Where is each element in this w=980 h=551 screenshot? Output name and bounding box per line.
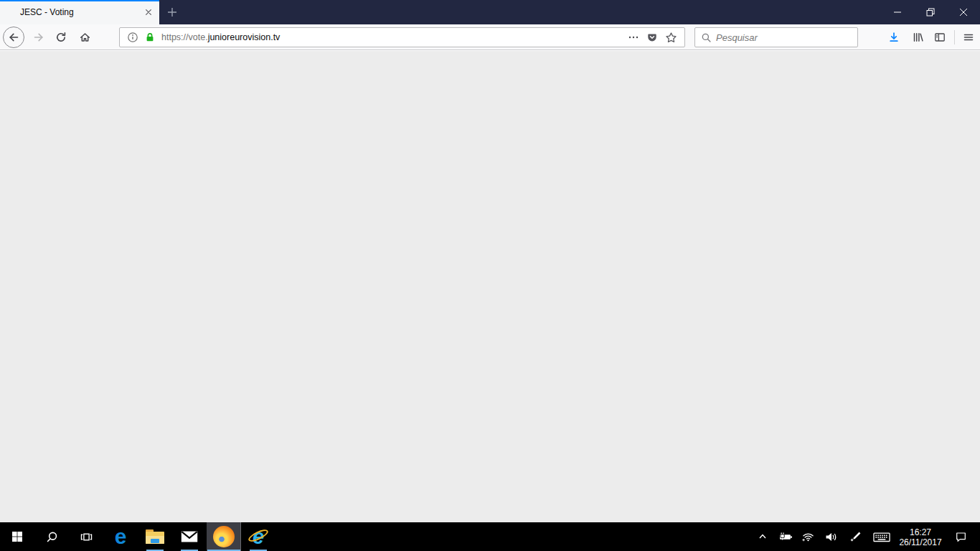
page-content [0, 51, 980, 522]
window-minimize-button[interactable] [881, 0, 914, 24]
taskbar-clock[interactable]: 16:27 26/11/2017 [895, 522, 946, 551]
search-input[interactable] [716, 29, 852, 46]
library-icon [912, 32, 924, 43]
back-button[interactable] [3, 27, 24, 48]
home-button[interactable] [75, 24, 95, 50]
url-bar[interactable]: https://vote.junioreurovision.tv [119, 27, 685, 47]
new-tab-button[interactable] [159, 0, 185, 24]
search-bar[interactable] [694, 27, 858, 47]
system-tray: 16:27 26/11/2017 [753, 522, 980, 551]
forward-icon [33, 32, 44, 43]
bookmark-star-icon [665, 32, 677, 44]
browser-toolbar: https://vote.junioreurovision.tv [0, 24, 980, 50]
battery-status-button[interactable] [772, 522, 796, 551]
action-center-icon [955, 531, 967, 542]
taskbar-edge-button[interactable]: e [103, 522, 138, 551]
sidebar-icon [934, 32, 946, 43]
volume-icon [825, 532, 838, 542]
page-actions-button[interactable] [624, 28, 643, 47]
wifi-icon [801, 532, 815, 542]
volume-button[interactable] [819, 522, 844, 551]
edge-icon: e [115, 526, 127, 547]
task-view-icon [80, 531, 93, 543]
close-icon [145, 9, 152, 16]
start-icon [11, 531, 23, 542]
chevron-up-icon [758, 532, 767, 541]
touch-keyboard-button[interactable] [868, 522, 895, 551]
task-view-button[interactable] [69, 522, 103, 551]
taskbar-firefox-button[interactable] [207, 522, 241, 551]
tray-overflow-button[interactable] [753, 522, 772, 551]
close-icon [959, 8, 968, 17]
mail-icon [181, 531, 198, 542]
start-button[interactable] [0, 522, 34, 551]
forward-button[interactable] [30, 24, 47, 50]
action-center-button[interactable] [946, 522, 976, 551]
browser-titlebar: JESC - Voting [0, 0, 980, 24]
back-icon [8, 32, 19, 43]
window-close-button[interactable] [947, 0, 980, 24]
download-icon [888, 32, 900, 43]
ie-icon: e [246, 525, 270, 548]
https-lock-button[interactable] [141, 28, 159, 47]
tab-jesc-voting[interactable]: JESC - Voting [0, 0, 159, 24]
windows-ink-button[interactable] [844, 522, 868, 551]
toolbar-separator [954, 30, 955, 44]
sidebar-button[interactable] [930, 24, 950, 50]
menu-icon [963, 32, 974, 43]
clock-time: 16:27 [895, 527, 946, 537]
search-icon [701, 32, 712, 43]
file-explorer-icon [146, 529, 164, 544]
clock-date: 26/11/2017 [895, 537, 946, 547]
library-button[interactable] [907, 24, 928, 50]
url-domain: junioreurovision.tv [208, 32, 281, 42]
reload-icon [55, 32, 67, 43]
windows-taskbar: e e 16:27 2 [0, 522, 980, 551]
plus-icon [167, 7, 177, 17]
taskbar-mail-button[interactable] [172, 522, 207, 551]
tab-title: JESC - Voting [0, 7, 141, 17]
taskbar-search-button[interactable] [34, 522, 69, 551]
window-restore-button[interactable] [914, 0, 947, 24]
window-controls [881, 0, 980, 24]
bookmark-star-button[interactable] [661, 28, 680, 47]
taskbar-file-explorer-button[interactable] [138, 522, 172, 551]
page-info-button[interactable] [124, 28, 141, 47]
network-status-button[interactable] [796, 522, 819, 551]
firefox-icon [213, 526, 235, 547]
search-icon [46, 531, 58, 543]
downloads-button[interactable] [884, 24, 904, 50]
battery-icon [776, 532, 793, 542]
url-text: https://vote.junioreurovision.tv [161, 32, 624, 42]
menu-button[interactable] [958, 24, 979, 50]
pocket-button[interactable] [643, 28, 661, 47]
home-icon [79, 32, 91, 43]
page-info-icon [127, 32, 138, 43]
page-actions-icon [628, 32, 639, 43]
restore-icon [926, 8, 935, 17]
https-lock-icon [144, 32, 156, 43]
page-actions [624, 28, 680, 47]
touch-keyboard-icon [873, 532, 890, 542]
pen-icon [850, 531, 862, 542]
pocket-icon [646, 32, 658, 43]
active-tab-indicator [0, 0, 159, 1]
reload-button[interactable] [52, 24, 70, 50]
tab-close-button[interactable] [141, 4, 156, 20]
taskbar-internet-explorer-button[interactable]: e [241, 522, 275, 551]
url-protocol-subdomain: https://vote. [161, 32, 208, 42]
minimize-icon [893, 8, 902, 17]
